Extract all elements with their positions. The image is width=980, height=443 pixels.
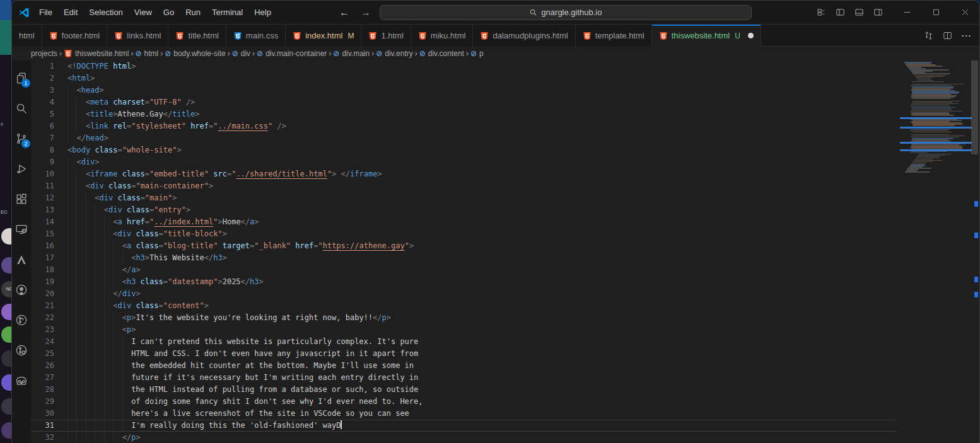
breadcrumb-item[interactable]: ⊘div.entry (376, 49, 413, 58)
editor[interactable]: 1<!DOCTYPE html>2<html>3<head>4<meta cha… (31, 60, 979, 443)
toggle-secondary-sidebar-button[interactable] (868, 4, 887, 21)
line-number[interactable]: 9 (31, 156, 67, 168)
tab-main-css[interactable]: main.css (226, 25, 286, 47)
activity-item-search[interactable] (12, 93, 31, 124)
breadcrumb-item[interactable]: ⊘div.main (333, 49, 370, 58)
scrollbar-slider[interactable] (971, 60, 978, 154)
code-line-3[interactable]: 3<head> (31, 84, 897, 96)
menu-run[interactable]: Run (180, 5, 206, 20)
activity-item-godot-tools[interactable] (12, 365, 31, 396)
line-number[interactable]: 26 (31, 360, 67, 372)
customize-layout-button[interactable] (812, 4, 831, 21)
editor-scrollbar[interactable] (970, 60, 979, 443)
go-back-button[interactable]: ← (337, 7, 352, 18)
line-number[interactable]: 23 (31, 324, 67, 336)
line-number[interactable]: 3 (31, 84, 67, 96)
code-line-8[interactable]: 8<body class="whole-site"> (31, 144, 897, 156)
code-line-27[interactable]: 27future if it's necessary but I'm writi… (31, 372, 897, 384)
toggle-primary-sidebar-button[interactable] (831, 4, 849, 21)
line-number[interactable]: 12 (31, 192, 67, 204)
code-line-5[interactable]: 5<title>Athene.Gay</title> (31, 108, 897, 120)
line-number[interactable]: 10 (31, 168, 67, 180)
tab-miku-html[interactable]: miku.html (411, 25, 474, 47)
close-button[interactable] (950, 1, 979, 25)
breadcrumb-item[interactable]: ⊘body.whole-site (165, 49, 226, 58)
code-line-21[interactable]: 21<div class="content"> (31, 300, 897, 312)
go-forward-button[interactable]: → (358, 7, 373, 18)
unsaved-dot-icon[interactable] (748, 33, 754, 38)
breadcrumb-item[interactable]: projects (31, 49, 57, 58)
split-editor-button[interactable] (939, 27, 955, 43)
code-line-1[interactable]: 1<!DOCTYPE html> (31, 60, 897, 72)
tab-thiswebsite-html[interactable]: thiswebsite.htmlU (652, 25, 761, 47)
tab-title-html[interactable]: title.html (168, 25, 226, 47)
minimap[interactable] (901, 60, 969, 187)
tab-html[interactable]: html (12, 25, 42, 47)
menu-terminal[interactable]: Terminal (206, 5, 248, 20)
code-line-7[interactable]: 7</head> (31, 132, 897, 144)
activity-item-run-and-debug[interactable] (12, 154, 31, 184)
line-number[interactable]: 17 (31, 252, 67, 264)
maximize-button[interactable] (921, 1, 950, 25)
code-area[interactable]: 1<!DOCTYPE html>2<html>3<head>4<meta cha… (31, 60, 897, 443)
line-number[interactable]: 16 (31, 240, 67, 252)
line-number[interactable]: 19 (31, 276, 67, 288)
breadcrumb-item[interactable]: ⊘p (470, 49, 484, 58)
code-line-22[interactable]: 22<p>It's the website you're looking at … (31, 312, 897, 324)
code-line-18[interactable]: 18</a> (31, 264, 897, 276)
code-line-26[interactable]: 26the embedded hit counter at the bottom… (31, 360, 897, 372)
code-line-11[interactable]: 11<div class="main-container"> (31, 180, 897, 192)
tab-1-html[interactable]: 1.html (361, 25, 411, 47)
code-line-23[interactable]: 23<p> (31, 324, 897, 336)
code-line-32[interactable]: 32</p> (31, 432, 897, 443)
breadcrumb-item[interactable]: thiswebsite.html (64, 49, 129, 58)
more-actions-button[interactable]: ⋯ (958, 27, 974, 43)
line-number[interactable]: 30 (31, 408, 67, 420)
activity-item-a-extension[interactable] (12, 245, 31, 275)
activity-item-git-history[interactable] (12, 305, 31, 335)
activity-item-remote-explorer[interactable] (12, 214, 31, 245)
line-number[interactable]: 31 (31, 420, 67, 431)
code-line-13[interactable]: 13<div class="entry"> (31, 204, 897, 216)
minimize-button[interactable] (892, 1, 921, 25)
tab-dalamudplugins-html[interactable]: dalamudplugins.html (473, 25, 575, 47)
menu-selection[interactable]: Selection (83, 5, 128, 20)
line-number[interactable]: 27 (31, 372, 67, 384)
code-line-17[interactable]: 17<h3>This Website</h3> (31, 252, 897, 264)
code-line-4[interactable]: 4<meta charset="UTF-8" /> (31, 96, 897, 108)
code-line-28[interactable]: 28the HTML instead of pulling from a dat… (31, 384, 897, 396)
breadcrumb-item[interactable]: ⊘div (232, 49, 250, 58)
breadcrumb-item[interactable]: ⊘html (135, 49, 158, 58)
line-number[interactable]: 18 (31, 264, 67, 276)
breadcrumb-item[interactable]: ⊘div.content (419, 49, 464, 58)
line-number[interactable]: 7 (31, 132, 67, 144)
toggle-panel-button[interactable] (849, 4, 868, 21)
line-number[interactable]: 21 (31, 300, 67, 312)
line-number[interactable]: 32 (31, 432, 67, 443)
code-line-6[interactable]: 6<link rel="stylesheet" href="../main.cs… (31, 120, 897, 132)
activity-item-extensions[interactable] (12, 184, 31, 214)
code-line-20[interactable]: 20</div> (31, 288, 897, 300)
line-number[interactable]: 15 (31, 228, 67, 240)
line-number[interactable]: 6 (31, 120, 67, 132)
activity-item-github[interactable] (12, 275, 31, 305)
line-number[interactable]: 22 (31, 312, 67, 324)
code-line-30[interactable]: 30here's a live screenshot of the site i… (31, 408, 897, 420)
open-changes-button[interactable] (920, 27, 936, 43)
menu-file[interactable]: File (33, 5, 58, 20)
code-line-31[interactable]: 31I'm really doing this the 'old-fashion… (31, 420, 897, 432)
code-line-12[interactable]: 12<div class="main"> (31, 192, 897, 204)
line-number[interactable]: 29 (31, 396, 67, 408)
activity-item-gitlens[interactable] (12, 335, 31, 365)
line-number[interactable]: 5 (31, 108, 67, 120)
line-number[interactable]: 1 (31, 60, 67, 72)
line-number[interactable]: 2 (31, 72, 67, 84)
activity-item-source-control[interactable]: 2 (12, 124, 31, 154)
tab-links-html[interactable]: links.html (107, 25, 168, 47)
line-number[interactable]: 13 (31, 204, 67, 216)
code-line-19[interactable]: 19<h3 class="datestamp">2025</h3> (31, 276, 897, 288)
line-number[interactable]: 8 (31, 144, 67, 156)
command-center-search[interactable]: gnargle.github.io (380, 5, 752, 20)
tab-index-html[interactable]: index.htmlM (286, 25, 361, 47)
line-number[interactable]: 14 (31, 216, 67, 228)
